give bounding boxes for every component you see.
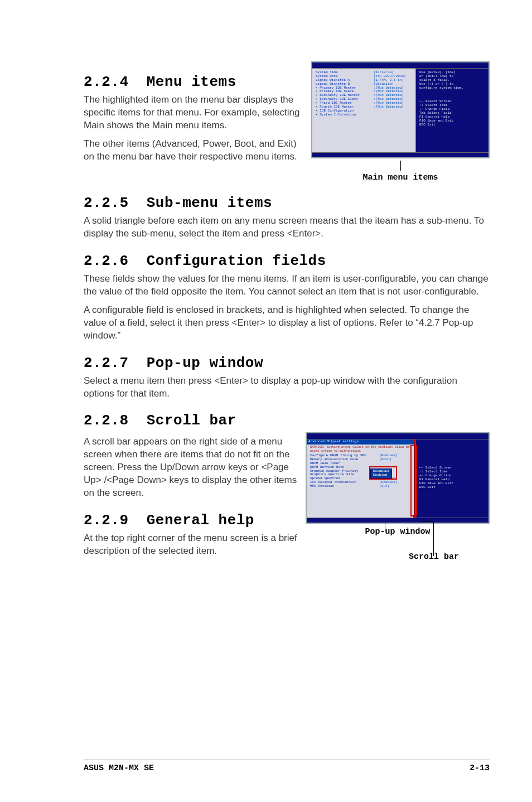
caption-main-menu-items: Main menu items	[311, 173, 490, 182]
section-title: Configuration fields	[147, 253, 326, 269]
section-title: Pop-up window	[147, 355, 263, 371]
section-num: 2.2.9	[84, 512, 129, 529]
section-title: General help	[147, 512, 254, 529]
page-footer: ASUS M2N-MX SE 2-13	[0, 760, 532, 773]
section-heading-225: 2.2.5 Sub-menu items	[84, 195, 490, 211]
section-num: 2.2.7	[84, 355, 129, 371]
bios2-warning: WARNING: Setting wrong values in the sec…	[310, 446, 412, 453]
section-num: 2.2.6	[84, 253, 129, 269]
section-heading-227: 2.2.7 Pop-up window	[84, 355, 490, 371]
bios-help-line: configure system time.	[419, 86, 485, 90]
caption-scroll-bar: Scroll bar	[378, 552, 490, 562]
section-heading-224: 2.2.4 Menu items	[84, 74, 308, 90]
paragraph-225: A solid triangle before each item on any…	[84, 215, 490, 240]
footer-product: ASUS M2N-MX SE	[84, 764, 154, 773]
paragraph-224b: The other items (Advanced, Power, Boot, …	[84, 138, 308, 163]
section-heading-226: 2.2.6 Configuration fields	[84, 253, 490, 269]
bios-row: MPS Revision [1.4]	[310, 485, 412, 489]
paragraph-228: A scroll bar appears on the right side o…	[84, 436, 301, 500]
paragraph-227: Select a menu item then press <Enter> to…	[84, 375, 490, 400]
bios-row: ▸ System Information	[316, 113, 412, 117]
section-title: Menu items	[147, 74, 236, 90]
scrollbar-indicator	[414, 439, 415, 518]
caption-popup-window: Pop-up window	[306, 527, 490, 537]
paragraph-229: At the top right corner of the menu scre…	[84, 532, 301, 558]
bios-key-line: ESC Exit	[419, 123, 485, 127]
bios-key-line: ESC Exit	[419, 486, 485, 490]
paragraph-226a: These fields show the values for the men…	[84, 273, 490, 298]
bios2-header: Advanced Chipset settings	[307, 439, 415, 445]
section-heading-229: 2.2.9 General help	[84, 512, 301, 529]
bios-screenshot-popup: Advanced Chipset settings WARNING: Setti…	[306, 432, 490, 524]
paragraph-226b: A configurable field is enclosed in brac…	[84, 304, 490, 342]
section-title: Scroll bar	[147, 412, 236, 429]
section-num: 2.2.8	[84, 412, 129, 429]
paragraph-224a: The highlighted item on the menu bar dis…	[84, 94, 308, 132]
section-num: 2.2.5	[84, 195, 129, 211]
footer-page-number: 2-13	[470, 764, 490, 773]
section-num: 2.2.4	[84, 74, 129, 90]
section-title: Sub-menu items	[147, 195, 272, 211]
bios-screenshot-main: System Time [11:10:19]System Date [Thu 0…	[311, 61, 490, 158]
section-heading-228: 2.2.8 Scroll bar	[84, 412, 490, 429]
